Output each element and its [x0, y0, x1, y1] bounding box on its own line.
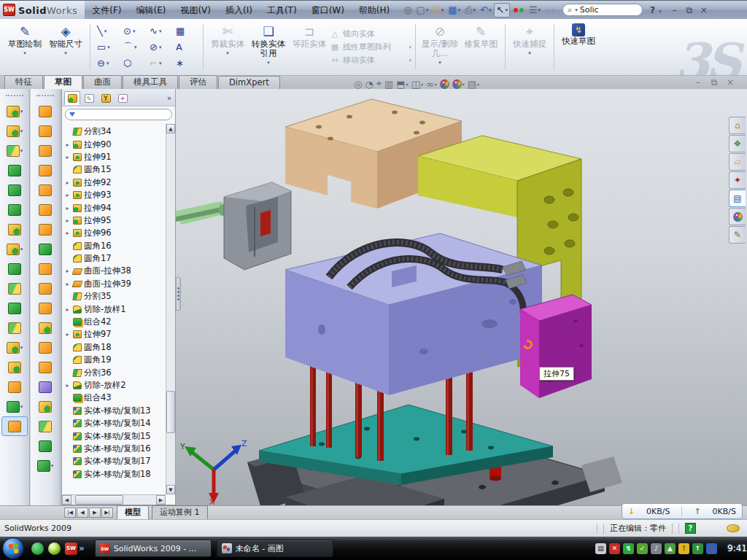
solidworks-resources-tab[interactable]: ⌂	[729, 117, 746, 134]
configurationmanager-tab[interactable]: Y	[98, 91, 114, 105]
menu-item-2[interactable]: 视图(V)	[173, 1, 218, 19]
rebuild-traffic-light-icon[interactable]	[511, 3, 526, 18]
panel-overflow-chevron[interactable]: »	[167, 94, 174, 102]
tree-item[interactable]: 组合43	[63, 392, 166, 404]
join-bodies-tool-button[interactable]	[0, 298, 29, 318]
tree-item[interactable]: ▸切除-放样2	[63, 379, 166, 392]
menu-item-5[interactable]: 窗口(W)	[304, 1, 352, 19]
warning-icon[interactable]: !	[678, 543, 689, 554]
panel-splitter-handle[interactable]	[176, 277, 181, 311]
tree-item[interactable]: ▸切除-放样1	[63, 303, 166, 315]
tree-item[interactable]: 实体-移动/复制15	[63, 429, 166, 442]
tree-item[interactable]: 组合42	[63, 316, 166, 328]
expand-arrow-icon[interactable]: ▸	[64, 230, 71, 236]
tree-item[interactable]: 圆角17	[63, 252, 166, 265]
quick-launch-overflow-icon[interactable]: »	[79, 543, 85, 553]
dropdown-arrow[interactable]: ▾	[421, 82, 423, 87]
toolbar-grip[interactable]	[6, 95, 23, 98]
tree-item[interactable]: ▸拉伸94	[63, 201, 166, 214]
dropdown-arrow[interactable]: ▾	[267, 60, 270, 66]
dropdown-arrow[interactable]: ▾	[159, 28, 162, 34]
zoom-previous-button[interactable]: ⌖	[376, 78, 382, 90]
linear-pattern-tool-button[interactable]: ▾	[0, 239, 29, 259]
expand-arrow-icon[interactable]: ▸	[64, 205, 71, 211]
expand-arrow-icon[interactable]: ▸	[64, 306, 71, 313]
tree-item[interactable]: ▸拉伸91	[63, 151, 166, 163]
flex-tool-button[interactable]	[31, 180, 60, 200]
deform-tool-button[interactable]	[31, 200, 60, 219]
dropdown-arrow[interactable]: ▾	[20, 148, 23, 154]
tree-item[interactable]: 实体-移动/复制14	[63, 417, 166, 429]
shield-up-icon[interactable]: ↑	[692, 543, 703, 554]
view-settings-button[interactable]: ▤▾	[467, 79, 480, 90]
volume-icon[interactable]: ♪	[651, 543, 662, 554]
toolbox-tab[interactable]: ✦	[729, 171, 746, 189]
nav-button[interactable]: |◀	[64, 508, 76, 518]
dimxpertmanager-tab[interactable]: ✛	[115, 91, 131, 105]
undo-icon[interactable]: ↶▾	[479, 3, 492, 18]
knit-surface-tool-button[interactable]	[31, 436, 60, 456]
expand-arrow-icon[interactable]: ▸	[64, 141, 71, 148]
expand-arrow-icon[interactable]: ▸	[64, 268, 71, 274]
display-style-button[interactable]: ◫▾	[411, 79, 424, 90]
split-tool-button[interactable]	[0, 279, 29, 298]
instant3d-tool-button[interactable]	[1, 416, 28, 436]
filter-input[interactable]	[65, 109, 172, 120]
doc-restore-button[interactable]: ⧉	[708, 77, 721, 88]
dropdown-arrow[interactable]: ▾	[435, 82, 437, 87]
section-view-button[interactable]: ▥	[384, 79, 394, 90]
dropdown-arrow[interactable]: ▾	[51, 463, 54, 469]
reference-point-tool-button[interactable]: ▾	[0, 338, 29, 357]
assembly-model[interactable]: Y Z X	[176, 89, 747, 505]
tab-5[interactable]: DimXpert	[218, 76, 280, 89]
move-face-tool-button[interactable]	[31, 357, 60, 377]
print-icon[interactable]: ⎙▾	[463, 3, 477, 18]
delete-face-tool-button[interactable]	[31, 298, 60, 318]
reference-plane-tool-button[interactable]	[0, 357, 29, 377]
dropdown-arrow[interactable]: ▾	[538, 7, 541, 13]
dropdown-arrow[interactable]: ▾	[134, 44, 137, 50]
trim-surface-tool-button[interactable]	[31, 397, 60, 416]
expand-arrow-icon[interactable]: ▸	[64, 154, 71, 160]
motion-study-tab[interactable]: 运动算例 1	[152, 505, 208, 520]
pin-icon[interactable]: ◎	[402, 3, 413, 18]
tree-item[interactable]: 分割35	[63, 290, 166, 303]
revolve-tool-button[interactable]	[31, 121, 60, 141]
arc-tool[interactable]: ⌒▾	[120, 39, 147, 55]
view-orientation-button[interactable]: ⬒▾	[395, 79, 409, 90]
security-suite-icon[interactable]: ↯	[623, 543, 634, 554]
dropdown-arrow[interactable]: ▾	[505, 7, 508, 13]
doc-close-button[interactable]: ×	[724, 77, 737, 88]
nav-button[interactable]: ▶|	[101, 508, 113, 518]
taskbar-clock[interactable]: 9:41	[727, 543, 747, 553]
quick-launch-messenger-icon[interactable]	[31, 542, 44, 555]
appearances-scenes-tab[interactable]	[729, 208, 746, 225]
tab-2[interactable]: 曲面	[83, 75, 122, 89]
graphics-area[interactable]: Y Z X 拉伸75 ⌂❖▱✦▤✎	[176, 89, 747, 505]
dropdown-arrow[interactable]: ▾	[462, 82, 465, 87]
antivirus-alert-icon[interactable]: ✕	[609, 543, 620, 554]
custom-properties-tab[interactable]: ✎	[729, 226, 746, 244]
scrollbar-thumb[interactable]	[75, 495, 123, 505]
expand-arrow-icon[interactable]: ▸	[64, 281, 71, 287]
search-dropdown-icon[interactable]: ▾	[575, 7, 578, 13]
tree-item[interactable]: 圆角19	[63, 354, 166, 366]
text-tool[interactable]: A	[173, 39, 199, 55]
tab-0[interactable]: 特征	[4, 75, 43, 89]
network-speed-widget[interactable]: ↓ 0KB/S ↑ 0KB/S	[622, 503, 743, 519]
nav-button[interactable]: ◀	[77, 508, 88, 518]
tree-item[interactable]: 分割34	[63, 125, 166, 138]
surface-plane-tool-button[interactable]	[31, 219, 60, 239]
dropdown-arrow[interactable]: ▾	[20, 404, 23, 410]
tree-item[interactable]: ▸拉伸90	[63, 138, 166, 150]
tree-item[interactable]: ▸拉伸93	[63, 189, 166, 201]
minimize-button[interactable]: –	[667, 4, 682, 16]
nav-button[interactable]: ▶	[89, 508, 101, 518]
dropdown-arrow[interactable]: ▾	[107, 44, 110, 50]
hole-wizard-tool-button[interactable]	[0, 219, 29, 239]
keyboard-layout-icon[interactable]: ▤	[595, 543, 606, 554]
scrollbar-thumb[interactable]	[166, 391, 175, 433]
tree-item[interactable]: ▸拉伸92	[63, 176, 166, 189]
sketch-draw-button[interactable]: ✎ 草图绘制 ▾	[4, 21, 45, 73]
search-input[interactable]: Solic	[580, 5, 599, 15]
